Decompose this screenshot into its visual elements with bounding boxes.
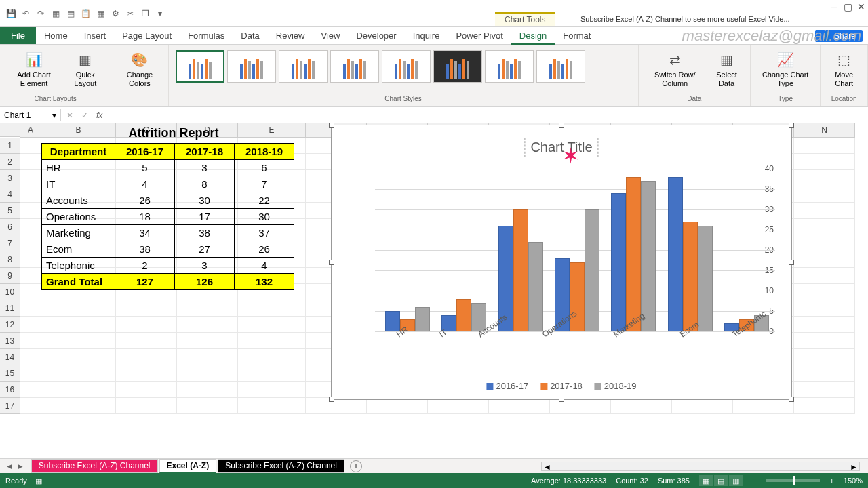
tab-home[interactable]: Home: [36, 28, 76, 43]
open-icon[interactable]: ▤: [65, 8, 76, 19]
switch-row-col-button[interactable]: ⇄ Switch Row/ Column: [643, 47, 707, 89]
normal-view-icon[interactable]: ▦: [699, 475, 713, 486]
bar[interactable]: [415, 307, 430, 331]
row-header-3[interactable]: 3: [0, 170, 20, 186]
sheet-tab[interactable]: Excel (A-Z): [159, 459, 217, 473]
copy-icon[interactable]: ❐: [140, 8, 151, 19]
row-header-1[interactable]: 1: [0, 138, 20, 154]
bar[interactable]: [611, 193, 626, 331]
sheet-tab[interactable]: Subscribe Excel (A-Z) Channel: [31, 459, 158, 473]
chart-object[interactable]: Chart Title ✶ 0510152025303540 HRITAccou…: [331, 125, 792, 400]
row-header-4[interactable]: 4: [0, 186, 20, 203]
restore-icon[interactable]: ▢: [841, 0, 854, 14]
bar[interactable]: [683, 222, 698, 331]
row-header-13[interactable]: 13: [0, 333, 20, 349]
add-sheet-button[interactable]: +: [350, 460, 362, 472]
zoom-out-icon[interactable]: −: [752, 476, 756, 485]
bar[interactable]: [641, 181, 656, 331]
col-header-N[interactable]: N: [794, 123, 855, 138]
chart-style-3[interactable]: [279, 50, 328, 83]
fx-icon[interactable]: fx: [96, 110, 102, 120]
tab-review[interactable]: Review: [268, 28, 313, 43]
legend-item[interactable]: 2017-18: [540, 381, 583, 391]
change-chart-type-button[interactable]: 📈 Change Chart Type: [755, 47, 816, 89]
bar-group-ecom[interactable]: [668, 177, 713, 331]
cut-icon[interactable]: ✂: [125, 8, 136, 19]
bar[interactable]: [668, 177, 683, 331]
tool-icon[interactable]: ⚙: [110, 8, 121, 19]
legend-item[interactable]: 2018-19: [595, 381, 637, 391]
tab-power-pivot[interactable]: Power Pivot: [448, 28, 511, 43]
change-colors-button[interactable]: 🎨 Change Colors: [115, 47, 163, 89]
tab-format[interactable]: Format: [555, 28, 599, 43]
zoom-slider[interactable]: [766, 479, 820, 482]
tab-design[interactable]: Design: [511, 28, 555, 45]
page-break-view-icon[interactable]: ▥: [729, 475, 743, 486]
chart-style-4[interactable]: [330, 50, 379, 83]
move-chart-button[interactable]: ⬚ Move Chart: [825, 47, 863, 89]
enter-icon[interactable]: ✓: [81, 110, 88, 120]
row-header-5[interactable]: 5: [0, 203, 20, 219]
bar-group-operations[interactable]: [555, 209, 599, 331]
chart-style-1[interactable]: [176, 50, 224, 83]
bar[interactable]: [626, 177, 641, 331]
row-header-11[interactable]: 11: [0, 300, 20, 317]
tab-data[interactable]: Data: [233, 28, 267, 43]
file-tab[interactable]: File: [0, 27, 36, 44]
chart-style-5[interactable]: [382, 50, 431, 83]
save-icon[interactable]: 💾: [5, 8, 16, 19]
new-icon[interactable]: ▦: [50, 8, 61, 19]
tab-insert[interactable]: Insert: [76, 28, 115, 43]
bar[interactable]: [528, 242, 543, 331]
bar[interactable]: [513, 209, 528, 331]
sheet-nav-prev-icon[interactable]: ◄: [5, 462, 14, 471]
horizontal-scrollbar[interactable]: ◄ ►: [541, 462, 860, 471]
row-header-14[interactable]: 14: [0, 349, 20, 365]
bar-group-it[interactable]: [441, 299, 486, 331]
chart-style-8[interactable]: [536, 50, 585, 83]
cancel-icon[interactable]: ✕: [66, 110, 73, 120]
bar-group-accounts[interactable]: [498, 209, 543, 331]
row-header-2[interactable]: 2: [0, 154, 20, 170]
add-chart-element-button[interactable]: 📊 Add Chart Element: [4, 47, 64, 89]
select-all-corner[interactable]: [0, 123, 20, 137]
bar[interactable]: [456, 299, 471, 331]
row-header-6[interactable]: 6: [0, 219, 20, 235]
col-header-A[interactable]: A: [20, 123, 41, 138]
bar[interactable]: [698, 226, 713, 331]
minimize-icon[interactable]: ─: [827, 0, 841, 14]
redo-icon[interactable]: ↷: [35, 8, 46, 19]
row-header-10[interactable]: 10: [0, 284, 20, 300]
bar-group-hr[interactable]: [385, 307, 430, 331]
sheet-tab[interactable]: Subscribe Excel (A-Z) Channel: [218, 459, 344, 473]
chart-legend[interactable]: 2016-172017-182018-19: [486, 381, 636, 391]
select-data-button[interactable]: ▦ Select Data: [707, 47, 746, 89]
row-header-12[interactable]: 12: [0, 317, 20, 333]
quick-layout-button[interactable]: ▦ Quick Layout: [64, 47, 106, 89]
row-header-7[interactable]: 7: [0, 235, 20, 251]
dropdown-icon[interactable]: ▾: [52, 110, 56, 120]
chart-styles-gallery[interactable]: [173, 47, 634, 92]
formula-input[interactable]: [108, 110, 868, 120]
tab-view[interactable]: View: [313, 28, 348, 43]
macro-record-icon[interactable]: ▦: [35, 476, 42, 485]
page-layout-view-icon[interactable]: ▤: [714, 475, 728, 486]
row-header-16[interactable]: 16: [0, 382, 20, 398]
legend-item[interactable]: 2016-17: [486, 381, 528, 391]
pivot-icon[interactable]: ▦: [95, 8, 106, 19]
zoom-in-icon[interactable]: +: [829, 476, 833, 485]
bar[interactable]: [585, 209, 599, 331]
paste-icon[interactable]: 📋: [80, 8, 91, 19]
sheet-nav-next-icon[interactable]: ►: [16, 462, 24, 471]
zoom-level[interactable]: 150%: [844, 476, 863, 485]
chart-style-7[interactable]: [485, 50, 534, 83]
tab-page-layout[interactable]: Page Layout: [114, 28, 180, 43]
row-header-8[interactable]: 8: [0, 251, 20, 268]
bar-group-marketing[interactable]: [611, 177, 656, 331]
close-icon[interactable]: ✕: [854, 0, 868, 14]
tab-inquire[interactable]: Inquire: [405, 28, 448, 43]
row-header-17[interactable]: 17: [0, 398, 20, 414]
tab-developer[interactable]: Developer: [348, 28, 404, 43]
worksheet-area[interactable]: ABCDEFGHIJKLMN 1234567891011121314151617…: [0, 123, 868, 432]
undo-icon[interactable]: ↶: [20, 8, 31, 19]
